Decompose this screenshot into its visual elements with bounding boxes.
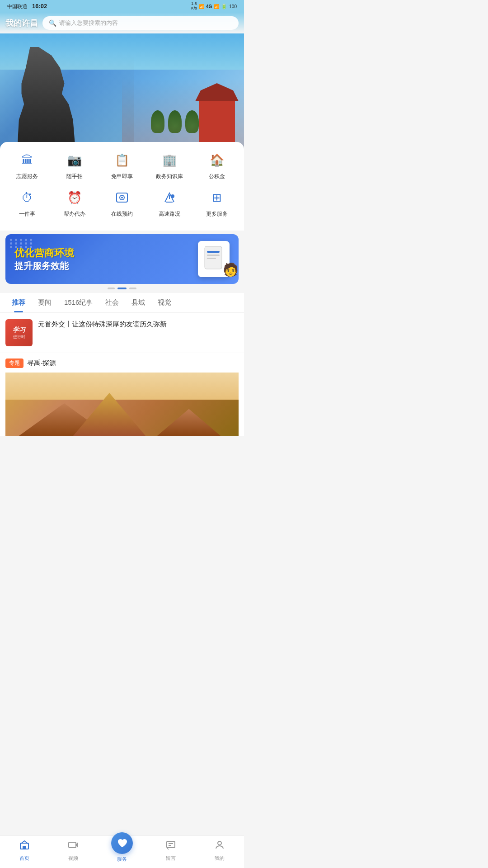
svg-rect-8 — [207, 255, 220, 256]
photo-icon: 📷 — [65, 150, 84, 170]
person-figure: 🧑 — [223, 262, 239, 277]
news-content: 元首外交丨让这份特殊深厚的友谊历久弥新 — [38, 319, 239, 330]
news-tabs: 推荐 要闻 1516纪事 社会 县域 视觉 — [0, 293, 244, 313]
battery-level: 100 — [229, 4, 237, 9]
indicator-2[interactable] — [117, 288, 127, 289]
svg-rect-9 — [207, 258, 216, 259]
search-placeholder: 请输入您要搜索的内容 — [59, 19, 118, 27]
service-item-fund[interactable]: 🏠 公积金 — [193, 150, 240, 180]
header: 我的许昌 🔍 请输入您要搜索的内容 — [0, 13, 244, 33]
svg-point-2 — [121, 197, 123, 198]
service-item-volunteer[interactable]: 🏛 志愿服务 — [4, 150, 51, 180]
promo-banner[interactable]: 优化营商环境 提升服务效能 🧑 — [5, 234, 239, 284]
service-item-photo[interactable]: 📷 随手拍 — [51, 150, 99, 180]
service-row-2: ⏱ 一件事 ⏰ 帮办代办 在线预约 — [4, 188, 240, 218]
signal-icon: 📶 — [214, 4, 219, 9]
building-roof — [190, 83, 244, 101]
cellular-icon: 4G — [206, 4, 212, 9]
promo-line2: 提升服务效能 — [14, 260, 74, 272]
volunteer-label: 志愿服务 — [16, 173, 38, 180]
news-section: 推荐 要闻 1516纪事 社会 县域 视觉 学习 进行时 元首外交丨让这份特殊深… — [0, 293, 244, 436]
indicator-3[interactable] — [129, 288, 136, 289]
service-item-free[interactable]: 📋 免申即享 — [99, 150, 146, 180]
statue-shape — [0, 47, 86, 151]
battery-icon: 🔋 — [221, 4, 227, 9]
search-icon: 🔍 — [49, 19, 56, 27]
more-label: 更多服务 — [206, 210, 228, 218]
app-title: 我的许昌 — [5, 18, 38, 28]
indicator-1[interactable] — [108, 288, 115, 289]
hero-banner — [0, 33, 244, 151]
knowledge-icon: 🏢 — [160, 150, 179, 170]
mountain-3 — [157, 404, 221, 436]
service-grid: 🏛 志愿服务 📷 随手拍 📋 免申即享 🏢 政务知识库 🏠 公积金 ⏱ — [0, 142, 244, 231]
status-carrier-time: 中国联通 16:02 — [7, 3, 47, 10]
service-row-1: 🏛 志愿服务 📷 随手拍 📋 免申即享 🏢 政务知识库 🏠 公积金 — [4, 150, 240, 180]
fund-label: 公积金 — [209, 173, 225, 180]
tab-visual[interactable]: 视觉 — [151, 293, 178, 312]
agent-label: 帮办代办 — [64, 210, 85, 218]
photo-label: 随手拍 — [66, 173, 83, 180]
promo-text: 优化营商环境 提升服务效能 — [14, 246, 74, 272]
banner-indicators — [0, 288, 244, 289]
search-bar[interactable]: 🔍 请输入您要搜索的内容 — [42, 16, 239, 30]
topic-title: 寻禹·探源 — [27, 359, 56, 368]
fund-icon: 🏠 — [207, 150, 227, 170]
highway-label: 高速路况 — [159, 210, 180, 218]
tab-county[interactable]: 县域 — [125, 293, 151, 312]
knowledge-label: 政务知识库 — [156, 173, 183, 180]
tab-recommend[interactable]: 推荐 — [5, 293, 32, 312]
onething-icon: ⏱ — [17, 188, 37, 208]
svg-rect-7 — [207, 251, 220, 253]
appointment-label: 在线预约 — [111, 210, 133, 218]
hero-statue — [0, 42, 134, 151]
news-badge: 学习 进行时 — [5, 319, 33, 346]
news-title: 元首外交丨让这份特殊深厚的友谊历久弥新 — [38, 319, 239, 330]
service-item-onething[interactable]: ⏱ 一件事 — [4, 188, 51, 218]
badge-content: 学习 进行时 — [13, 326, 25, 340]
status-bar: 中国联通 16:02 1.8K/s 📶 4G 📶 🔋 100 — [0, 0, 244, 13]
topic-tag: 专题 — [5, 359, 23, 368]
topic-header: 专题 寻禹·探源 — [5, 359, 239, 368]
free-label: 免申即享 — [111, 173, 133, 180]
highway-icon: ! — [160, 188, 179, 208]
promo-graphic: 🧑 — [198, 241, 230, 277]
free-icon: 📋 — [112, 150, 132, 170]
svg-text:!: ! — [172, 195, 172, 198]
badge-bottom: 进行时 — [13, 334, 25, 340]
more-icon: ⊞ — [207, 188, 227, 208]
onething-label: 一件事 — [19, 210, 35, 218]
tab-society[interactable]: 社会 — [99, 293, 125, 312]
agent-icon: ⏰ — [65, 188, 84, 208]
service-item-highway[interactable]: ! 高速路况 — [145, 188, 193, 218]
tab-1516[interactable]: 1516纪事 — [58, 293, 99, 312]
hero-buildings — [122, 79, 244, 151]
news-item-0[interactable]: 学习 进行时 元首外交丨让这份特殊深厚的友谊历久弥新 — [0, 313, 244, 353]
volunteer-icon: 🏛 — [17, 150, 37, 170]
service-item-more[interactable]: ⊞ 更多服务 — [193, 188, 240, 218]
network-speed: 1.8K/s — [191, 2, 197, 11]
service-item-appointment[interactable]: 在线预约 — [99, 188, 146, 218]
promo-line1: 优化营商环境 — [14, 246, 74, 260]
topic-item[interactable]: 专题 寻禹·探源 — [0, 353, 244, 436]
status-right: 1.8K/s 📶 4G 📶 🔋 100 — [191, 2, 237, 11]
tab-headlines[interactable]: 要闻 — [32, 293, 58, 312]
wifi-icon: 📶 — [199, 4, 204, 9]
appointment-icon — [112, 188, 132, 208]
topic-sky — [5, 373, 239, 400]
service-item-agent[interactable]: ⏰ 帮办代办 — [51, 188, 99, 218]
badge-top: 学习 — [13, 326, 25, 334]
service-item-knowledge[interactable]: 🏢 政务知识库 — [145, 150, 193, 180]
topic-image — [5, 373, 239, 436]
